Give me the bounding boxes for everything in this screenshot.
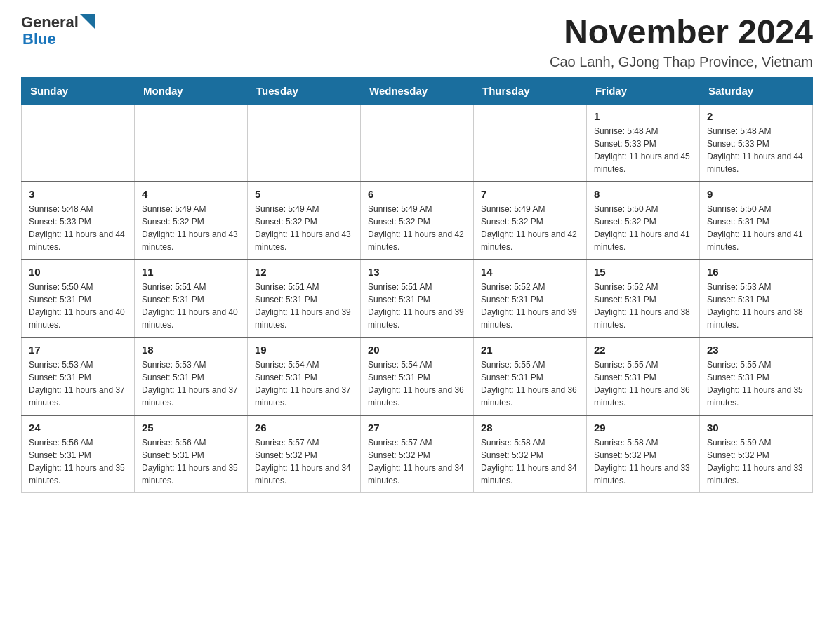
day-number: 5 [255,188,353,200]
day-info: Sunrise: 5:51 AM Sunset: 5:31 PM Dayligh… [142,281,240,331]
title-section: November 2024 Cao Lanh, GJong Thap Provi… [550,14,813,70]
calendar-week-row: 1Sunrise: 5:48 AM Sunset: 5:33 PM Daylig… [22,104,813,182]
day-info: Sunrise: 5:51 AM Sunset: 5:31 PM Dayligh… [368,281,466,331]
table-row [361,104,474,182]
table-row: 22Sunrise: 5:55 AM Sunset: 5:31 PM Dayli… [587,337,700,415]
table-row: 16Sunrise: 5:53 AM Sunset: 5:31 PM Dayli… [700,260,813,337]
day-number: 15 [594,266,692,278]
day-info: Sunrise: 5:57 AM Sunset: 5:32 PM Dayligh… [255,436,353,487]
day-info: Sunrise: 5:58 AM Sunset: 5:32 PM Dayligh… [481,436,579,487]
table-row: 2Sunrise: 5:48 AM Sunset: 5:33 PM Daylig… [700,104,813,182]
table-row: 13Sunrise: 5:51 AM Sunset: 5:31 PM Dayli… [361,260,474,337]
day-number: 19 [255,344,353,356]
table-row: 24Sunrise: 5:56 AM Sunset: 5:31 PM Dayli… [22,415,135,493]
logo-blue-text: Blue [22,31,95,48]
header-saturday: Saturday [700,77,813,104]
day-info: Sunrise: 5:59 AM Sunset: 5:32 PM Dayligh… [707,436,805,487]
day-info: Sunrise: 5:54 AM Sunset: 5:31 PM Dayligh… [255,358,353,409]
day-number: 1 [594,110,692,122]
day-info: Sunrise: 5:53 AM Sunset: 5:31 PM Dayligh… [29,358,127,409]
table-row: 8Sunrise: 5:50 AM Sunset: 5:32 PM Daylig… [587,182,700,260]
day-info: Sunrise: 5:50 AM Sunset: 5:31 PM Dayligh… [29,281,127,331]
day-info: Sunrise: 5:49 AM Sunset: 5:32 PM Dayligh… [481,203,579,253]
table-row: 9Sunrise: 5:50 AM Sunset: 5:31 PM Daylig… [700,182,813,260]
day-info: Sunrise: 5:53 AM Sunset: 5:31 PM Dayligh… [142,358,240,409]
table-row: 5Sunrise: 5:49 AM Sunset: 5:32 PM Daylig… [248,182,361,260]
page-header: General Blue November 2024 Cao Lanh, GJo… [21,14,813,70]
logo-triangle-icon [80,14,95,29]
calendar-week-row: 17Sunrise: 5:53 AM Sunset: 5:31 PM Dayli… [22,337,813,415]
header-tuesday: Tuesday [248,77,361,104]
day-number: 17 [29,344,127,356]
day-number: 28 [481,422,579,434]
calendar-table: Sunday Monday Tuesday Wednesday Thursday… [21,77,813,493]
day-info: Sunrise: 5:56 AM Sunset: 5:31 PM Dayligh… [142,436,240,487]
header-sunday: Sunday [22,77,135,104]
table-row: 23Sunrise: 5:55 AM Sunset: 5:31 PM Dayli… [700,337,813,415]
day-info: Sunrise: 5:55 AM Sunset: 5:31 PM Dayligh… [481,358,579,409]
day-number: 2 [707,110,805,122]
day-number: 29 [594,422,692,434]
table-row: 12Sunrise: 5:51 AM Sunset: 5:31 PM Dayli… [248,260,361,337]
day-number: 21 [481,344,579,356]
day-number: 7 [481,188,579,200]
table-row: 19Sunrise: 5:54 AM Sunset: 5:31 PM Dayli… [248,337,361,415]
table-row: 28Sunrise: 5:58 AM Sunset: 5:32 PM Dayli… [474,415,587,493]
day-number: 24 [29,422,127,434]
day-info: Sunrise: 5:50 AM Sunset: 5:32 PM Dayligh… [594,203,692,253]
day-number: 9 [707,188,805,200]
day-number: 8 [594,188,692,200]
table-row: 10Sunrise: 5:50 AM Sunset: 5:31 PM Dayli… [22,260,135,337]
day-info: Sunrise: 5:52 AM Sunset: 5:31 PM Dayligh… [594,281,692,331]
svg-marker-0 [80,14,95,29]
day-number: 20 [368,344,466,356]
day-number: 26 [255,422,353,434]
table-row: 14Sunrise: 5:52 AM Sunset: 5:31 PM Dayli… [474,260,587,337]
day-info: Sunrise: 5:58 AM Sunset: 5:32 PM Dayligh… [594,436,692,487]
table-row: 20Sunrise: 5:54 AM Sunset: 5:31 PM Dayli… [361,337,474,415]
calendar-week-row: 3Sunrise: 5:48 AM Sunset: 5:33 PM Daylig… [22,182,813,260]
day-number: 16 [707,266,805,278]
day-info: Sunrise: 5:53 AM Sunset: 5:31 PM Dayligh… [707,281,805,331]
day-number: 14 [481,266,579,278]
day-number: 30 [707,422,805,434]
logo: General Blue [21,14,95,48]
day-number: 12 [255,266,353,278]
day-number: 13 [368,266,466,278]
page-title: November 2024 [550,14,813,51]
day-number: 3 [29,188,127,200]
table-row: 21Sunrise: 5:55 AM Sunset: 5:31 PM Dayli… [474,337,587,415]
header-wednesday: Wednesday [361,77,474,104]
table-row: 30Sunrise: 5:59 AM Sunset: 5:32 PM Dayli… [700,415,813,493]
day-number: 11 [142,266,240,278]
header-thursday: Thursday [474,77,587,104]
table-row: 26Sunrise: 5:57 AM Sunset: 5:32 PM Dayli… [248,415,361,493]
table-row: 4Sunrise: 5:49 AM Sunset: 5:32 PM Daylig… [135,182,248,260]
table-row: 29Sunrise: 5:58 AM Sunset: 5:32 PM Dayli… [587,415,700,493]
table-row: 6Sunrise: 5:49 AM Sunset: 5:32 PM Daylig… [361,182,474,260]
day-info: Sunrise: 5:56 AM Sunset: 5:31 PM Dayligh… [29,436,127,487]
day-info: Sunrise: 5:51 AM Sunset: 5:31 PM Dayligh… [255,281,353,331]
day-info: Sunrise: 5:48 AM Sunset: 5:33 PM Dayligh… [29,203,127,253]
table-row: 3Sunrise: 5:48 AM Sunset: 5:33 PM Daylig… [22,182,135,260]
day-number: 4 [142,188,240,200]
day-number: 27 [368,422,466,434]
day-info: Sunrise: 5:48 AM Sunset: 5:33 PM Dayligh… [594,125,692,175]
calendar-header-row: Sunday Monday Tuesday Wednesday Thursday… [22,77,813,104]
table-row: 25Sunrise: 5:56 AM Sunset: 5:31 PM Dayli… [135,415,248,493]
calendar-week-row: 10Sunrise: 5:50 AM Sunset: 5:31 PM Dayli… [22,260,813,337]
day-info: Sunrise: 5:48 AM Sunset: 5:33 PM Dayligh… [707,125,805,175]
day-number: 18 [142,344,240,356]
day-info: Sunrise: 5:55 AM Sunset: 5:31 PM Dayligh… [707,358,805,409]
day-number: 22 [594,344,692,356]
table-row: 1Sunrise: 5:48 AM Sunset: 5:33 PM Daylig… [587,104,700,182]
table-row: 11Sunrise: 5:51 AM Sunset: 5:31 PM Dayli… [135,260,248,337]
table-row: 15Sunrise: 5:52 AM Sunset: 5:31 PM Dayli… [587,260,700,337]
day-info: Sunrise: 5:49 AM Sunset: 5:32 PM Dayligh… [255,203,353,253]
day-info: Sunrise: 5:49 AM Sunset: 5:32 PM Dayligh… [142,203,240,253]
day-info: Sunrise: 5:54 AM Sunset: 5:31 PM Dayligh… [368,358,466,409]
day-info: Sunrise: 5:49 AM Sunset: 5:32 PM Dayligh… [368,203,466,253]
day-info: Sunrise: 5:52 AM Sunset: 5:31 PM Dayligh… [481,281,579,331]
header-friday: Friday [587,77,700,104]
logo-general-text: General [21,14,79,31]
